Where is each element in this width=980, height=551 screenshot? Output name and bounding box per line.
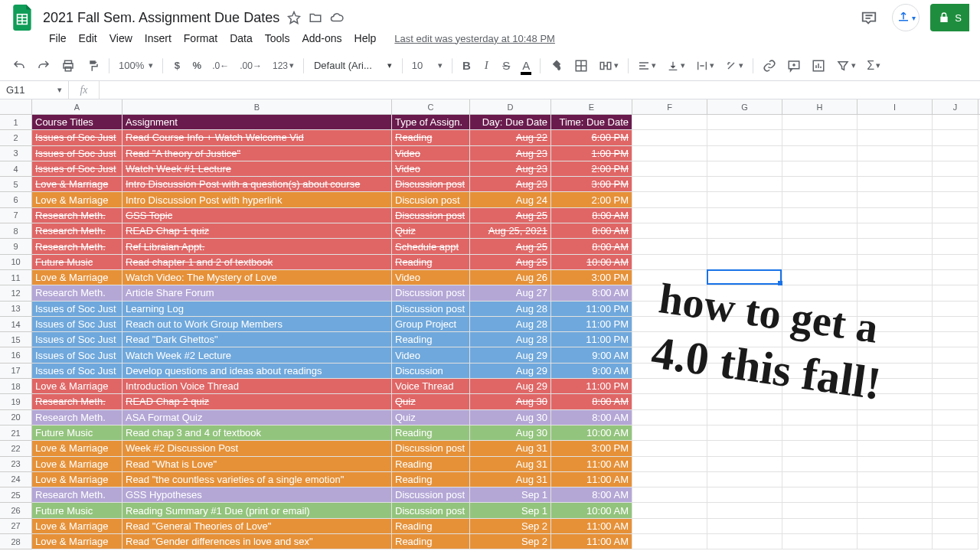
menu-view[interactable]: View <box>103 29 139 47</box>
document-title[interactable]: 2021 Fall Sem. Assignment Due Dates <box>43 10 279 26</box>
cell[interactable]: Issues of Soc Just <box>32 161 122 177</box>
functions-icon[interactable]: Σ▾ <box>862 55 885 77</box>
cell[interactable]: Future Music <box>32 503 122 518</box>
cell[interactable] <box>707 130 782 145</box>
cell[interactable] <box>858 534 933 549</box>
cell[interactable]: Day: Due Date <box>470 115 551 130</box>
cell[interactable]: Discussion post <box>392 441 470 456</box>
cell[interactable] <box>858 317 933 332</box>
cell[interactable] <box>782 472 858 487</box>
print-icon[interactable] <box>57 55 80 77</box>
cell[interactable]: 11:00 PM <box>551 332 632 347</box>
redo-icon[interactable] <box>32 55 55 77</box>
cell[interactable] <box>933 270 978 285</box>
decrease-decimal-icon[interactable]: .0← <box>207 55 234 77</box>
cell[interactable]: Reading <box>392 457 470 472</box>
fill-color-icon[interactable] <box>545 55 568 77</box>
col-header-J[interactable]: J <box>933 99 978 114</box>
cell[interactable]: Love & Marriage <box>32 457 122 472</box>
borders-icon[interactable] <box>570 55 593 77</box>
cell[interactable]: Watch Week #1 Lecture <box>122 161 392 177</box>
cell[interactable]: Reading <box>392 534 470 549</box>
row-header[interactable]: 18 <box>0 379 32 394</box>
cell[interactable] <box>707 347 782 363</box>
col-header-G[interactable]: G <box>707 99 782 114</box>
sheets-logo[interactable] <box>8 2 38 33</box>
cell[interactable]: Aug 25 <box>470 208 551 223</box>
cell[interactable]: Reading <box>392 519 470 534</box>
cell[interactable] <box>933 285 978 301</box>
cell[interactable]: Aug 29 <box>470 364 551 379</box>
row-header[interactable]: 22 <box>0 441 32 456</box>
cell[interactable] <box>858 208 933 223</box>
cell[interactable] <box>858 472 933 487</box>
cell[interactable]: Aug 23 <box>470 177 551 192</box>
cell[interactable]: 3:00 PM <box>551 441 632 456</box>
cell[interactable]: Research Meth. <box>32 394 122 409</box>
share-button[interactable]: S <box>930 4 969 31</box>
cell[interactable]: Quiz <box>392 223 470 239</box>
row-header[interactable]: 6 <box>0 192 32 207</box>
cell[interactable] <box>858 457 933 472</box>
row-header[interactable]: 14 <box>0 317 32 332</box>
more-formats[interactable]: 123▾ <box>268 55 299 77</box>
star-icon[interactable] <box>287 11 301 24</box>
cell[interactable]: Research Meth. <box>32 208 122 223</box>
cell[interactable] <box>858 394 933 409</box>
cell[interactable]: Read "A theory of Justice" <box>122 146 392 161</box>
row-header[interactable]: 12 <box>0 285 32 301</box>
cell[interactable] <box>632 223 707 239</box>
menu-add-ons[interactable]: Add-ons <box>296 29 348 47</box>
cell[interactable]: Reach out to Work Group Members <box>122 317 392 332</box>
cell[interactable] <box>632 519 707 534</box>
cell[interactable] <box>933 130 978 145</box>
cell[interactable] <box>782 223 858 239</box>
col-header-A[interactable]: A <box>32 99 122 114</box>
cell[interactable] <box>782 410 858 425</box>
cell[interactable]: 10:00 AM <box>551 255 632 270</box>
cell[interactable]: Issues of Soc Just <box>32 302 122 317</box>
cell[interactable]: Reading <box>392 255 470 270</box>
cell[interactable] <box>632 457 707 472</box>
font-select[interactable]: Default (Ari...▾ <box>309 57 397 74</box>
present-button[interactable]: ▾ <box>892 4 920 31</box>
row-header[interactable]: 5 <box>0 177 32 192</box>
currency-icon[interactable]: $ <box>168 55 186 77</box>
cell[interactable] <box>782 534 858 549</box>
cell[interactable] <box>858 302 933 317</box>
cell[interactable] <box>782 379 858 394</box>
cell[interactable]: Intro Discussion Post with hyperlink <box>122 192 392 207</box>
cell[interactable] <box>933 503 978 518</box>
cell[interactable] <box>632 192 707 207</box>
cell[interactable] <box>707 503 782 518</box>
cell[interactable]: Aug 28 <box>470 332 551 347</box>
col-header-F[interactable]: F <box>632 99 707 114</box>
cell[interactable]: GSS Hypotheses <box>122 487 392 503</box>
cell[interactable] <box>707 177 782 192</box>
col-header-E[interactable]: E <box>551 99 632 114</box>
cell[interactable]: Reading <box>392 130 470 145</box>
cell[interactable]: Future Music <box>32 255 122 270</box>
cell[interactable] <box>782 364 858 379</box>
valign-icon[interactable]: ▾ <box>662 55 690 77</box>
cell[interactable] <box>632 472 707 487</box>
cell[interactable] <box>632 425 707 441</box>
cell[interactable]: Voice Thread <box>392 379 470 394</box>
cell[interactable]: 9:00 AM <box>551 347 632 363</box>
cell[interactable] <box>782 487 858 503</box>
menu-edit[interactable]: Edit <box>73 29 103 47</box>
row-header[interactable]: 15 <box>0 332 32 347</box>
cell[interactable] <box>782 425 858 441</box>
cell[interactable] <box>858 503 933 518</box>
row-header[interactable]: 23 <box>0 457 32 472</box>
cell[interactable]: Love & Marriage <box>32 534 122 549</box>
cell[interactable] <box>707 146 782 161</box>
last-edit[interactable]: Last edit was yesterday at 10:48 PM <box>394 33 555 44</box>
row-header[interactable]: 20 <box>0 410 32 425</box>
cell[interactable] <box>933 115 978 130</box>
cell[interactable]: Aug 30 <box>470 410 551 425</box>
cell[interactable]: Aug 23 <box>470 161 551 177</box>
cell[interactable]: Issues of Soc Just <box>32 146 122 161</box>
cell[interactable] <box>632 255 707 270</box>
row-header[interactable]: 19 <box>0 394 32 409</box>
